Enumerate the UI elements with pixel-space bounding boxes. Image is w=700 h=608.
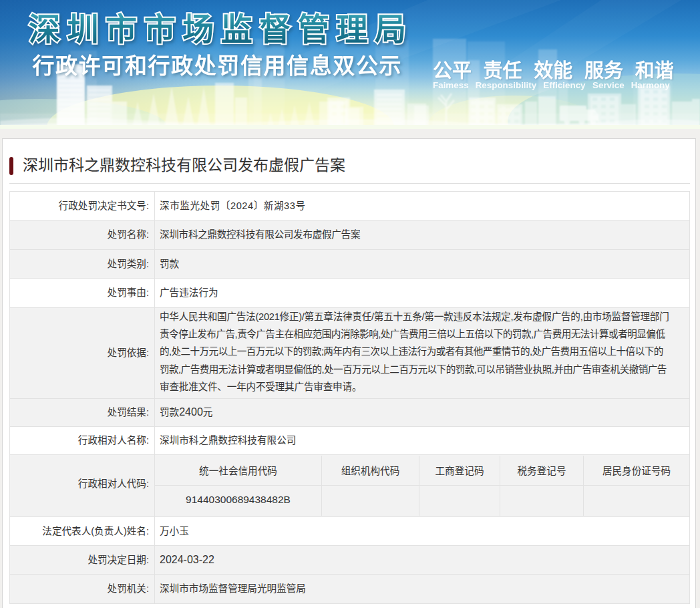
svg-text:深圳市市场监督管理局: 深圳市市场监督管理局	[29, 11, 412, 47]
svg-text:公平责任效能服务和谐: 公平责任效能服务和谐	[433, 60, 674, 82]
svg-text:FaimessResponsibilityEfficienc: FaimessResponsibilityEfficiencyServiceHa…	[433, 80, 670, 90]
